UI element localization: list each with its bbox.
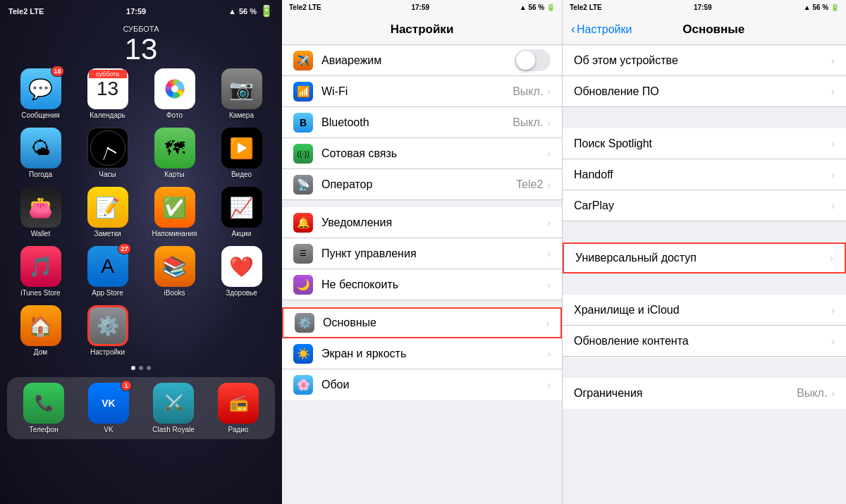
phone-dock: 📞 Телефон VK 1 VK ⚔️ Clash Royale 📻 Ради…	[7, 377, 275, 439]
app-item-camera[interactable]: 📷 Камера	[212, 68, 271, 119]
settings-icon-airplane: ✈️	[293, 51, 313, 70]
app-label-ibooks: iBooks	[164, 289, 185, 297]
phone-battery-bar: 🔋	[259, 4, 274, 18]
settings-row-wifi[interactable]: 📶 Wi-Fi Выкл. ›	[282, 76, 562, 107]
general-nav-title: Основные	[632, 23, 795, 37]
app-item-ibooks[interactable]: 📚 iBooks	[145, 246, 204, 297]
general-label-bgrefresh: Обновление контента	[574, 335, 831, 348]
settings-row-carrier[interactable]: 📡 Оператор Tele2 ›	[282, 169, 562, 200]
settings-spacer-sep2	[282, 300, 562, 307]
general-label-about: Об этом устройстве	[574, 54, 831, 67]
settings-row-airplane[interactable]: ✈️ Авиарежим	[282, 45, 562, 76]
app-label-health: Здоровье	[226, 289, 257, 297]
app-label-reminders: Напоминания	[152, 230, 197, 238]
settings-row-controlcenter[interactable]: ☰ Пункт управления ›	[282, 238, 562, 269]
settings-icon-general: ⚙️	[295, 313, 314, 333]
settings-chevron-carrier: ›	[547, 179, 551, 190]
general-row-update[interactable]: Обновление ПО ›	[563, 76, 846, 107]
settings-battery: ▲ 56 % 🔋	[520, 4, 555, 11]
settings-label-dnd: Не беспокоить	[321, 278, 547, 291]
app-item-videos[interactable]: ▶️ Видео	[212, 128, 271, 178]
settings-row-bluetooth[interactable]: B Bluetooth Выкл. ›	[282, 107, 562, 138]
general-time: 17:59	[694, 4, 712, 11]
settings-label-airplane: Авиарежим	[321, 54, 515, 67]
app-item-clock[interactable]: Часы	[78, 128, 137, 178]
phone-date-widget: суббота 13	[0, 22, 282, 64]
chevron-left-icon: ‹	[571, 22, 575, 37]
general-row-handoff[interactable]: Handoff ›	[563, 159, 846, 190]
page-dot-1	[131, 366, 135, 370]
app-item-health[interactable]: ❤️ Здоровье	[212, 246, 271, 297]
dock-item-vk[interactable]: VK 1 VK	[79, 383, 138, 434]
settings-chevron-notifications: ›	[547, 217, 551, 228]
phone-date-dow: суббота	[123, 25, 159, 33]
dock-item-clashroyale[interactable]: ⚔️ Clash Royale	[144, 383, 203, 434]
general-row-about[interactable]: Об этом устройстве ›	[563, 45, 846, 76]
general-row-restrictions[interactable]: Ограничения Выкл. ›	[563, 378, 846, 409]
settings-label-notifications: Уведомления	[321, 216, 547, 229]
page-dot-3	[147, 366, 151, 370]
phone-panel: Tele2 LTE 17:59 ▲ 56 % 🔋 суббота 13 💬 18…	[0, 0, 282, 504]
general-chevron-storage: ›	[831, 305, 835, 316]
settings-value-bluetooth: Выкл.	[513, 116, 543, 129]
app-label-messages: Сообщения	[21, 111, 59, 119]
general-spacer-sep4	[563, 357, 846, 378]
settings-value-carrier: Tele2	[516, 178, 543, 191]
settings-toggle-airplane[interactable]	[515, 49, 551, 71]
app-label-wallet: Wallet	[31, 230, 50, 238]
general-carrier: Tele2 LTE	[570, 4, 602, 11]
page-dot-2	[139, 366, 143, 370]
general-row-spotlight[interactable]: Поиск Spotlight ›	[563, 128, 846, 159]
settings-row-wallpaper[interactable]: 🌸 Обои ›	[282, 369, 562, 400]
app-item-stocks[interactable]: 📈 Акции	[212, 187, 271, 238]
settings-label-carrier: Оператор	[321, 178, 516, 191]
app-item-reminders[interactable]: ✅ Напоминания	[145, 187, 204, 238]
settings-chevron-controlcenter: ›	[547, 248, 551, 259]
settings-label-controlcenter: Пункт управления	[321, 247, 547, 260]
settings-spacer-sep1	[282, 200, 562, 207]
settings-label-wifi: Wi-Fi	[321, 85, 513, 98]
app-item-maps[interactable]: 🗺 Карты	[145, 128, 204, 178]
general-nav-bar: ‹ Настройки Основные	[563, 14, 846, 45]
app-item-weather[interactable]: 🌤 Погода	[11, 128, 70, 178]
app-item-wallet[interactable]: 👛 Wallet	[11, 187, 70, 238]
settings-row-dnd[interactable]: 🌙 Не беспокоить ›	[282, 269, 562, 300]
app-label-notes: Заметки	[94, 230, 121, 238]
dock-item-phone[interactable]: 📞 Телефон	[14, 383, 73, 434]
settings-chevron-dnd: ›	[547, 279, 551, 290]
settings-chevron-display: ›	[547, 348, 551, 359]
app-item-notes[interactable]: 📝 Заметки	[78, 187, 137, 238]
general-label-storage: Хранилище и iCloud	[574, 304, 831, 316]
phone-carrier: Tele2	[8, 7, 27, 16]
settings-row-cellular[interactable]: ((·)) Сотовая связь ›	[282, 138, 562, 169]
settings-label-bluetooth: Bluetooth	[321, 116, 513, 129]
app-label-photos: Фото	[166, 111, 183, 119]
general-row-accessibility[interactable]: Универсальный доступ ›	[563, 242, 846, 273]
general-nav-back[interactable]: ‹ Настройки	[571, 22, 632, 37]
app-item-home[interactable]: 🏠 Дом	[11, 305, 70, 356]
dock-item-radio[interactable]: 📻 Радио	[209, 383, 268, 434]
general-row-carplay[interactable]: CarPlay ›	[563, 190, 846, 221]
app-item-messages[interactable]: 💬 18 Сообщения	[11, 68, 70, 119]
general-value-restrictions: Выкл.	[797, 387, 827, 400]
app-label-maps: Карты	[164, 171, 185, 178]
settings-row-general[interactable]: ⚙️ Основные ›	[282, 307, 562, 338]
settings-icon-cellular: ((·))	[293, 144, 313, 164]
general-spacer-sep1	[563, 107, 846, 128]
general-spacer-sep3	[563, 273, 846, 295]
app-item-calendar[interactable]: суббота 13 Календарь	[78, 68, 137, 119]
settings-label-general: Основные	[323, 316, 546, 329]
app-item-photos[interactable]: Фото	[145, 68, 204, 119]
general-row-bgrefresh[interactable]: Обновление контента ›	[563, 326, 846, 357]
app-item-itunes[interactable]: 🎵 iTunes Store	[11, 246, 70, 297]
general-row-storage[interactable]: Хранилище и iCloud ›	[563, 295, 846, 326]
settings-row-display[interactable]: ☀️ Экран и яркость ›	[282, 338, 562, 369]
app-label-stocks: Акции	[232, 230, 252, 238]
settings-row-notifications[interactable]: 🔔 Уведомления ›	[282, 207, 562, 238]
app-item-settings[interactable]: ⚙️ Настройки	[78, 305, 137, 356]
app-label-clock: Часы	[99, 171, 116, 178]
svg-point-13	[171, 85, 178, 92]
settings-list: ✈️ Авиарежим 📶 Wi-Fi Выкл. › B Bluetooth…	[282, 45, 562, 504]
phone-network: LTE	[30, 7, 44, 16]
app-item-appstore[interactable]: A 27 App Store	[78, 246, 137, 297]
